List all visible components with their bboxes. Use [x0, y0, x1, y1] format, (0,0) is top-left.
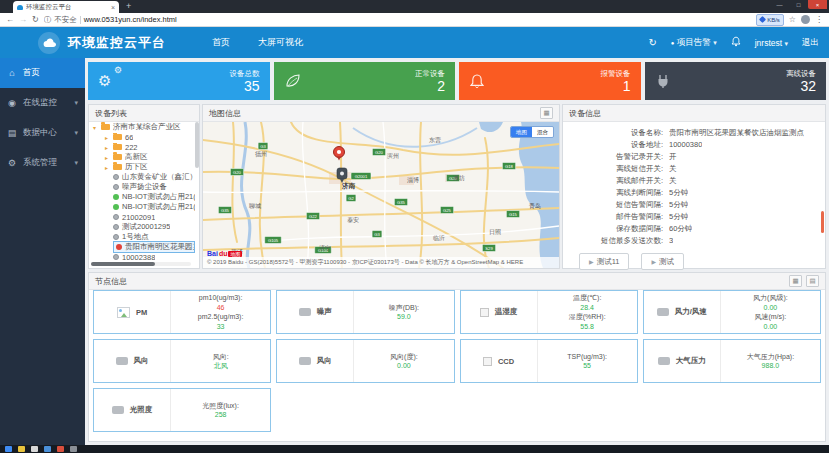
- map-type-hybrid-button[interactable]: 混合: [532, 127, 553, 137]
- app-icon[interactable]: [44, 446, 51, 452]
- svg-text:G3: G3: [374, 232, 380, 237]
- tree-item-body[interactable]: 历下区: [113, 162, 148, 172]
- stat-label: 设备总数: [230, 69, 260, 79]
- caret-right-icon[interactable]: ▸: [105, 164, 110, 171]
- test-button[interactable]: ▶ 测试: [641, 253, 684, 270]
- main-content: ⚙⚙ 设备总数 35 正常设备 2 报警设备 1 离线设备 32 设备列表 ▾济…: [85, 58, 829, 445]
- tree-item[interactable]: 噪声扬尘设备: [89, 182, 195, 192]
- start-button[interactable]: [5, 446, 12, 452]
- caret-right-icon[interactable]: ▸: [105, 154, 110, 161]
- sensor-card[interactable]: 风向风向:北风: [93, 339, 271, 383]
- sensor-icon: [299, 357, 311, 365]
- tree-item-body[interactable]: NB-IOT测试勿占用21(: [113, 192, 195, 202]
- nav-home[interactable]: 首页: [212, 36, 230, 49]
- test11-button[interactable]: ▶ 测试11: [579, 253, 629, 270]
- sensor-card[interactable]: 风向风向(度):0.00: [276, 339, 454, 383]
- stat-total-devices: ⚙⚙ 设备总数 35: [88, 62, 270, 100]
- tree-item-body[interactable]: 222: [113, 143, 138, 152]
- device-status-dot: [113, 234, 119, 240]
- tree-item-body[interactable]: 21002091: [113, 213, 155, 222]
- browser-menu-icon[interactable]: ⋮: [815, 15, 823, 25]
- tree-item[interactable]: 贵阳市南明区花果园某: [89, 242, 195, 252]
- tree-item[interactable]: ▸历下区: [89, 162, 195, 172]
- sidebar-item-home[interactable]: ⌂ 首页: [0, 58, 85, 88]
- window-minimize-button[interactable]: —: [770, 0, 789, 9]
- tree-item-body[interactable]: NB-IOT测试勿占用21(: [113, 202, 195, 212]
- tree-item-body[interactable]: 济南市某综合产业区: [101, 122, 181, 132]
- tree-item-body[interactable]: 噪声扬尘设备: [113, 182, 167, 192]
- sensor-card[interactable]: 温湿度温度(℃):28.4湿度(%RH):55.8: [460, 290, 638, 334]
- tree-item[interactable]: NB-IOT测试勿占用21(: [89, 192, 195, 202]
- url-field[interactable]: ⓘ 不安全 www.0531yun.cn/index.html: [44, 15, 751, 25]
- sensor-card[interactable]: CCDTSP(ug/m3):55: [460, 339, 638, 383]
- device-status-dot: [113, 174, 119, 180]
- tree-item-body[interactable]: 测试20001295: [113, 222, 170, 232]
- sensor-card[interactable]: PMpm10(ug/m3):46pm2.5(ug/m3):33: [93, 290, 271, 334]
- window-maximize-button[interactable]: □: [789, 0, 808, 9]
- bookmark-star-icon[interactable]: ☆: [789, 15, 796, 25]
- sensor-card[interactable]: 风力/风速风力(风级):0.00风速(m/s):0.00: [643, 290, 821, 334]
- logout-button[interactable]: 退出: [802, 37, 819, 49]
- vertical-scrollbar[interactable]: [195, 122, 199, 168]
- refresh-icon[interactable]: ↻: [648, 38, 656, 48]
- extension-speed-badge[interactable]: KB/s: [756, 14, 784, 26]
- sidebar-item-online-monitoring[interactable]: ◉ 在线监控 ▾: [0, 88, 85, 118]
- tree-item-body[interactable]: 高新区: [113, 152, 148, 162]
- tree-item[interactable]: ▸高新区: [89, 152, 195, 162]
- nav-bigscreen[interactable]: 大屏可视化: [258, 36, 303, 49]
- forward-icon[interactable]: →: [19, 15, 27, 25]
- sensor-card[interactable]: 噪声噪声(DB):59.0: [276, 290, 454, 334]
- tree-item[interactable]: ▸66: [89, 132, 195, 142]
- orange-scrollbar-thumb[interactable]: [821, 211, 824, 233]
- metric-value: 28.4: [580, 303, 594, 313]
- map-expand-icon[interactable]: ▦: [540, 107, 553, 119]
- app-icon[interactable]: [57, 446, 64, 452]
- metric-label: 光照度(lux):: [202, 401, 239, 411]
- browser-tab[interactable]: 环境监控云平台 ×: [13, 1, 119, 13]
- caret-right-icon[interactable]: ▸: [105, 144, 110, 151]
- app-icon[interactable]: [31, 446, 38, 452]
- new-tab-button[interactable]: +: [126, 1, 131, 12]
- info-icon[interactable]: ⓘ: [44, 15, 52, 25]
- sensor-metrics: 光照度(lux):258: [171, 389, 270, 431]
- tree-item[interactable]: ▸222: [89, 142, 195, 152]
- stat-label: 正常设备: [415, 69, 445, 79]
- tree-item[interactable]: 测试20001295: [89, 222, 195, 232]
- tree-item[interactable]: ▾济南市某综合产业区: [89, 122, 195, 132]
- tab-close-icon[interactable]: ×: [111, 4, 115, 11]
- caret-down-icon[interactable]: ▾: [93, 124, 98, 131]
- user-dropdown[interactable]: jnrstest ▾: [755, 38, 788, 48]
- sidebar: ⌂ 首页 ◉ 在线监控 ▾ ▤ 数据中心 ▾ ⚙ 系统管理 ▾: [0, 58, 85, 445]
- tree-item[interactable]: NB-IOT测试勿占用21(: [89, 202, 195, 212]
- device-status-dot: [113, 204, 119, 210]
- tree-item[interactable]: 10002388: [89, 252, 195, 261]
- tree-item-body[interactable]: 66: [113, 133, 133, 142]
- caret-right-icon[interactable]: ▸: [105, 134, 110, 141]
- reload-icon[interactable]: ↻: [32, 15, 39, 25]
- back-icon[interactable]: ←: [6, 15, 14, 25]
- sensor-card[interactable]: 光照度光照度(lux):258: [93, 388, 271, 432]
- sidebar-item-data-center[interactable]: ▤ 数据中心 ▾: [0, 118, 85, 148]
- list-view-icon[interactable]: ▤: [806, 275, 819, 287]
- browser-profile-avatar[interactable]: [801, 15, 810, 24]
- tree-item[interactable]: 山东黄金矿业（鑫汇）: [89, 172, 195, 182]
- tree-item-body[interactable]: 10002388: [113, 253, 155, 262]
- sidebar-item-system-management[interactable]: ⚙ 系统管理 ▾: [0, 148, 85, 178]
- metric-value: 258: [215, 410, 227, 420]
- folder-icon[interactable]: [18, 446, 25, 452]
- tree-item-body[interactable]: 山东黄金矿业（鑫汇）: [113, 172, 195, 182]
- field-value: 贵阳市南明区花果园某餐饮店油烟监测点: [669, 127, 804, 139]
- tree-item-selected[interactable]: 贵阳市南明区花果园某: [113, 241, 195, 253]
- horizontal-scrollbar[interactable]: [91, 262, 191, 266]
- map-type-map-button[interactable]: 地图: [511, 127, 532, 137]
- grid-view-icon[interactable]: ▦: [789, 275, 802, 287]
- sensor-card[interactable]: 大气压力大气压力(Hpa):988.0: [643, 339, 821, 383]
- map-canvas[interactable]: G3G20G35G105G20G2G22G3G2001G35G25G20G18G…: [203, 122, 559, 268]
- bell-icon[interactable]: [731, 36, 741, 49]
- tree-item[interactable]: 21002091: [89, 212, 195, 222]
- sensor-card-left: 风向: [94, 340, 171, 382]
- app-icon[interactable]: [70, 446, 77, 452]
- project-alarm-dropdown[interactable]: ● 项目告警 ▾: [671, 37, 717, 49]
- window-close-button[interactable]: ×: [808, 0, 827, 9]
- url-text: www.0531yun.cn/index.html: [84, 15, 177, 24]
